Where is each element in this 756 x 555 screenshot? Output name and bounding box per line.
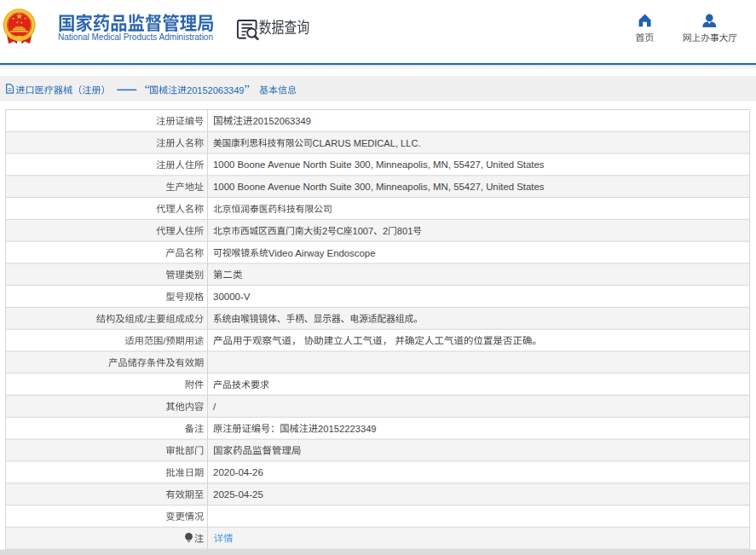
svg-text:801: 801 (397, 226, 413, 236)
svg-text:2025-04-25: 2025-04-25 (213, 489, 263, 500)
svg-text:1000 Boone Avenue North Suite: 1000 Boone Avenue North Suite 300, Minne… (213, 159, 545, 170)
svg-text:CLARUS MEDICAL, LLC.: CLARUS MEDICAL, LLC. (313, 137, 421, 147)
svg-text:1007: 1007 (352, 226, 373, 236)
svg-text:30000-V: 30000-V (213, 292, 251, 302)
svg-text:National Medical Products Admi: National Medical Products Administration (58, 32, 213, 42)
svg-text:C: C (337, 226, 343, 236)
svg-text:2: 2 (383, 226, 388, 236)
svg-text:20152063349: 20152063349 (253, 116, 311, 126)
svg-text:Video Airway Endoscope: Video Airway Endoscope (268, 247, 376, 257)
svg-text:2: 2 (322, 226, 327, 236)
svg-text:20152223349: 20152223349 (318, 424, 376, 434)
svg-text:1000 Boone Avenue North Suite: 1000 Boone Avenue North Suite 300, Minne… (213, 182, 545, 192)
svg-text:20152063349: 20152063349 (187, 85, 244, 95)
svg-text:2020-04-26: 2020-04-26 (213, 467, 263, 477)
